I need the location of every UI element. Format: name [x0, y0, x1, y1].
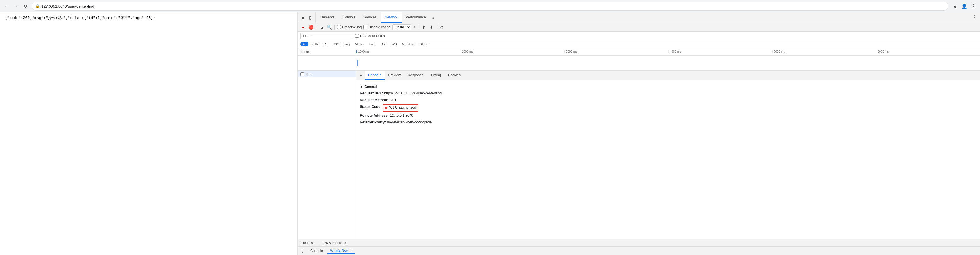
filter-input[interactable] — [300, 33, 353, 39]
devtools-panel: ▶ ▯ Elements Console Sources Network Per… — [298, 12, 980, 255]
type-btn-media[interactable]: Media — [353, 42, 366, 47]
waterfall-indicator — [357, 60, 358, 66]
hide-data-urls-label[interactable]: Hide data URLs — [355, 34, 385, 38]
page-content: {"code":200,"msg":"操作成功","data":{"id":1,… — [0, 12, 298, 255]
bottom-bar: 1 requests 225 B transferred — [298, 239, 980, 246]
details-tabbar: × Headers Preview Response Timing — [356, 71, 980, 80]
record-button[interactable]: ● — [300, 24, 306, 30]
request-row[interactable]: find — [298, 71, 356, 77]
waterfall-chart — [356, 56, 980, 71]
type-filter-bar: All XHR JS CSS Img Media Font Doc — [298, 40, 980, 48]
status-code-key: Status Code: — [360, 104, 382, 111]
devtools-settings-button[interactable]: ⋮ — [969, 12, 980, 22]
throttle-select[interactable]: Online — [392, 24, 411, 30]
remote-address-row: Remote Address: 127.0.0.1:8040 — [360, 113, 977, 119]
disable-cache-label[interactable]: Disable cache — [363, 25, 390, 29]
url-text: 127.0.0.1:8040/user-center/find — [41, 4, 94, 8]
general-section-title: ▼ General — [360, 85, 977, 89]
tab-performance[interactable]: Performance — [402, 12, 430, 22]
tick-4: 5000 ms — [772, 50, 876, 53]
profile-button[interactable]: 👤 — [960, 2, 968, 10]
tick-0: 1000 ms — [356, 50, 461, 53]
reload-button[interactable]: ↻ — [21, 2, 29, 10]
type-btn-ws[interactable]: WS — [389, 42, 399, 47]
clear-button[interactable]: ⛔ — [308, 24, 314, 30]
tab-sources[interactable]: Sources — [360, 12, 380, 22]
bottom-tab-console[interactable]: Console — [307, 248, 326, 253]
forward-button[interactable]: → — [12, 2, 20, 10]
more-tabs-button[interactable]: » — [430, 12, 437, 22]
tick-2: 3000 ms — [565, 50, 668, 53]
type-btn-all[interactable]: All — [300, 42, 309, 47]
details-tab-cookies[interactable]: Cookies — [444, 71, 464, 80]
type-btn-img[interactable]: Img — [342, 42, 352, 47]
details-tab-response[interactable]: Response — [404, 71, 427, 80]
request-name: find — [306, 72, 312, 76]
details-content: ▼ General Request URL: http://127.0.0.1:… — [356, 80, 980, 129]
requests-list: find — [298, 71, 356, 239]
type-btn-doc[interactable]: Doc — [378, 42, 389, 47]
menu-button[interactable]: ⋮ — [969, 2, 978, 10]
details-tab-timing[interactable]: Timing — [427, 71, 444, 80]
preserve-log-label[interactable]: Preserve log — [337, 25, 361, 29]
waterfall-area — [298, 56, 980, 71]
whats-new-close-icon[interactable]: × — [350, 249, 352, 253]
timeline-ticks: 1000 ms 2000 ms 3000 ms 4000 ms 5000 ms — [356, 50, 980, 53]
details-tab-preview[interactable]: Preview — [385, 71, 404, 80]
filter-icon-btn[interactable]: ◢ — [319, 24, 325, 30]
timeline-right: 1000 ms 2000 ms 3000 ms 4000 ms 5000 ms — [356, 50, 980, 53]
status-code-value: 401 Unauthorized — [388, 105, 416, 111]
lock-icon: 🔒 — [35, 4, 40, 8]
bottom-tabs: ⋮ Console What's New × — [298, 246, 980, 255]
download-icon-btn[interactable]: ⬇ — [428, 24, 434, 30]
type-btn-manifest[interactable]: Manifest — [400, 42, 417, 47]
devtools-tab-bar: Elements Console Sources Network Perform… — [316, 12, 969, 22]
request-url-key: Request URL: — [360, 91, 383, 96]
status-dot-icon — [385, 107, 387, 109]
waterfall-name-col — [298, 56, 356, 71]
bottom-tab-whats-new[interactable]: What's New × — [327, 248, 355, 254]
referrer-policy-key: Referrer Policy: — [360, 120, 386, 125]
back-button[interactable]: ← — [2, 2, 11, 10]
bottom-menu-icon[interactable]: ⋮ — [300, 248, 305, 253]
status-code-badge: 401 Unauthorized — [383, 104, 418, 111]
request-method-value: GET — [389, 97, 397, 103]
inspect-icon-btn[interactable]: ▶ — [300, 14, 306, 21]
separator-1 — [316, 25, 317, 29]
main-layout: {"code":200,"msg":"操作成功","data":{"id":1,… — [0, 12, 980, 255]
tab-elements[interactable]: Elements — [316, 12, 339, 22]
preserve-log-checkbox[interactable] — [337, 25, 341, 29]
request-url-value: http://127.0.0.1:8040/user-center/find — [384, 91, 442, 96]
toolbar-right: ★ 👤 ⋮ — [951, 2, 978, 10]
tick-3: 4000 ms — [668, 50, 772, 53]
tab-network[interactable]: Network — [380, 12, 402, 22]
details-tab-headers[interactable]: Headers — [364, 71, 385, 80]
settings-icon-btn[interactable]: ⚙ — [439, 24, 445, 30]
network-toolbar: ● ⛔ ◢ 🔍 Preserve log Disable cache Onlin… — [298, 23, 980, 32]
address-bar[interactable]: 🔒 127.0.0.1:8040/user-center/find — [32, 2, 948, 11]
type-btn-js[interactable]: JS — [321, 42, 329, 47]
throttle-arrow-icon: ▼ — [413, 26, 416, 29]
separator-2 — [334, 25, 335, 29]
bookmark-button[interactable]: ★ — [951, 2, 959, 10]
tab-console[interactable]: Console — [339, 12, 360, 22]
timeline-header: Name 1000 ms 2000 ms 3000 ms 4000 ms — [298, 48, 980, 56]
type-btn-xhr[interactable]: XHR — [309, 42, 320, 47]
upload-icon-btn[interactable]: ⬆ — [421, 24, 427, 30]
type-btn-font[interactable]: Font — [367, 42, 378, 47]
disable-cache-checkbox[interactable] — [363, 25, 367, 29]
name-column-header: Name — [298, 48, 356, 55]
hide-data-urls-checkbox[interactable] — [355, 34, 359, 38]
requests-count: 1 requests — [300, 241, 315, 244]
request-details: × Headers Preview Response Timing — [356, 71, 980, 239]
devtools-icon-group: ▶ ▯ — [298, 12, 316, 22]
json-response: {"code":200,"msg":"操作成功","data":{"id":1,… — [5, 16, 155, 20]
request-checkbox[interactable] — [300, 72, 304, 76]
details-close-button[interactable]: × — [358, 72, 364, 79]
type-btn-css[interactable]: CSS — [330, 42, 342, 47]
browser-toolbar: ← → ↻ 🔒 127.0.0.1:8040/user-center/find … — [0, 0, 980, 12]
status-code-row: Status Code: 401 Unauthorized — [360, 104, 977, 111]
type-btn-other[interactable]: Other — [417, 42, 430, 47]
search-icon-btn[interactable]: 🔍 — [326, 24, 332, 30]
device-icon-btn[interactable]: ▯ — [307, 14, 313, 21]
